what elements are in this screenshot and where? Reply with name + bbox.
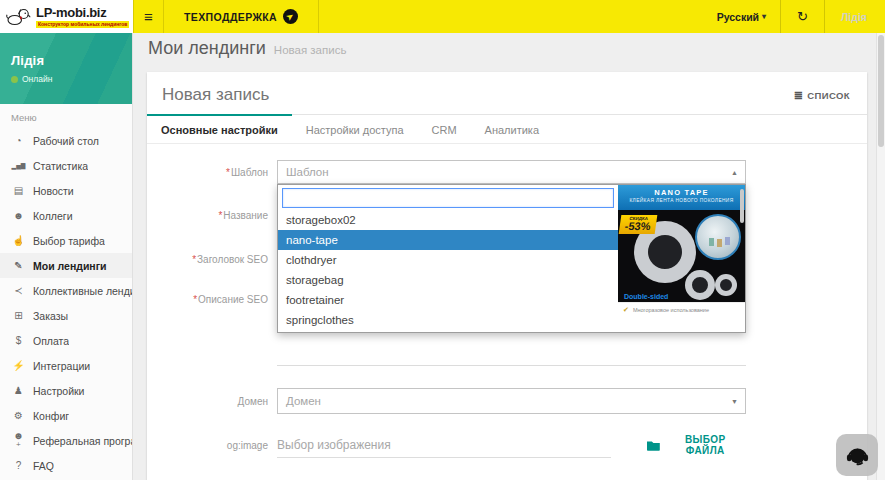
tape-roll-graphic xyxy=(715,274,737,296)
support-button[interactable]: ТЕХПОДДЕРЖКА ➤ xyxy=(164,0,319,33)
sidebar-item-payment[interactable]: $Оплата xyxy=(0,328,132,353)
sidebar-item-faq[interactable]: ?FAQ xyxy=(0,453,132,478)
chevron-down-icon: ▼ xyxy=(731,398,738,405)
statistics-icon: ▂▅▇ xyxy=(11,162,26,169)
sidebar-item-label: Статистика xyxy=(33,160,88,172)
template-option-footretainer[interactable]: footretainer xyxy=(278,290,618,310)
template-select-placeholder: Шаблон xyxy=(286,166,329,178)
plug-icon: ⚡ xyxy=(11,360,26,371)
language-selector[interactable]: Русский ▾ xyxy=(703,0,780,33)
sidebar-item-label: Мои лендинги xyxy=(33,260,107,272)
logo-tagline: Конструктор мобильных лендингов xyxy=(36,21,129,28)
template-option-springclothes[interactable]: springclothes xyxy=(278,310,618,330)
sidebar-item-news[interactable]: ▤Новости xyxy=(0,178,132,203)
breadcrumb: Мои лендинги Новая запись xyxy=(133,33,885,63)
form-row-template: *Шаблон Шаблон ▲ xyxy=(147,160,867,184)
sidebar-item-collective-landings[interactable]: ≺Коллективные лендинги xyxy=(0,278,132,303)
preview-header: NANO TAPE КЛЕЙКАЯ ЛЕНТА НОВОГО ПОКОЛЕНИЯ xyxy=(618,185,745,210)
sidebar-toggle-button[interactable]: ≡ xyxy=(133,0,164,33)
topbar: LP-mobi.biz Конструктор мобильных лендин… xyxy=(0,0,885,33)
sidebar-item-label: Заказы xyxy=(33,310,68,322)
dropdown-scrollbar[interactable] xyxy=(740,189,744,223)
dashboard-icon: ◔ xyxy=(11,135,26,146)
list-button-label: СПИСОК xyxy=(807,90,850,101)
support-chat-widget[interactable] xyxy=(836,434,878,476)
og-image-input[interactable] xyxy=(277,432,611,458)
colleagues-icon: ☻ xyxy=(11,210,26,221)
choose-file-button[interactable]: ВЫБОР ФАЙЛА xyxy=(647,434,746,456)
sidebar-item-label: Новости xyxy=(33,185,74,197)
chevron-up-icon: ▲ xyxy=(731,169,738,176)
online-status-icon xyxy=(11,76,18,83)
preview-feature-row: ✔ Многоразовое использование xyxy=(618,302,745,317)
telegram-icon: ➤ xyxy=(283,9,298,24)
sidebar-item-tariff[interactable]: ☝Выбор тарифа xyxy=(0,228,132,253)
list-button[interactable]: ≣ СПИСОК xyxy=(792,85,852,106)
preview-subtitle: КЛЕЙКАЯ ЛЕНТА НОВОГО ПОКОЛЕНИЯ xyxy=(618,198,745,203)
app-window: LP-mobi.biz Конструктор мобильных лендин… xyxy=(0,0,885,480)
sidebar-item-orders[interactable]: ⊞Заказы xyxy=(0,303,132,328)
topbar-spacer xyxy=(319,0,703,33)
sidebar-item-settings[interactable]: ♟Настройки xyxy=(0,378,132,403)
record-card: Новая запись ≣ СПИСОК Основные настройки… xyxy=(147,72,867,480)
dog-logo-icon xyxy=(5,7,32,27)
question-icon: ? xyxy=(11,460,26,471)
sidebar-item-integrations[interactable]: ⚡Интеграции xyxy=(0,353,132,378)
template-option-nano-tape[interactable]: nano-tape xyxy=(278,230,618,250)
preview-caption: Double-sided xyxy=(624,293,668,300)
sidebar-item-my-landings[interactable]: ✎Мои лендинги xyxy=(0,253,132,278)
page-title: Мои лендинги xyxy=(148,38,266,59)
template-search-input[interactable] xyxy=(282,188,614,208)
template-option-clothdryer[interactable]: clothdryer xyxy=(278,250,618,270)
tab-access-settings[interactable]: Настройки доступа xyxy=(292,114,418,143)
page-scrollbar-thumb[interactable] xyxy=(878,35,884,147)
seo-description-label: *Описание SEO xyxy=(147,286,277,305)
sidebar-item-label: Выбор тарифа xyxy=(33,235,105,247)
tariff-icon: ☝ xyxy=(11,235,26,246)
template-label: *Шаблон xyxy=(147,167,277,178)
template-option-storagebag[interactable]: storagebag xyxy=(278,270,618,290)
logo[interactable]: LP-mobi.biz Конструктор мобильных лендин… xyxy=(0,0,133,33)
sidebar-item-label: Настройки xyxy=(33,385,85,397)
form-row-domain: *Домен Домен ▼ xyxy=(147,388,867,414)
topbar-username: Лідія xyxy=(841,11,867,23)
cart-icon: ⊞ xyxy=(11,310,26,321)
user-plus-icon: ☻⁺ xyxy=(11,430,26,452)
headset-icon xyxy=(844,442,871,469)
name-label: *Название xyxy=(147,210,277,221)
tab-main-settings[interactable]: Основные настройки xyxy=(147,114,292,143)
template-option-storagebox02[interactable]: storagebox02 xyxy=(278,210,618,230)
menu-section-label: Меню xyxy=(0,104,132,128)
preview-feature-text: Многоразовое использование xyxy=(633,307,709,313)
sidebar-item-dashboard[interactable]: ◔Рабочий стол xyxy=(0,128,132,153)
template-select[interactable]: Шаблон ▲ xyxy=(277,160,746,184)
template-preview-panel: NANO TAPE КЛЕЙКАЯ ЛЕНТА НОВОГО ПОКОЛЕНИЯ… xyxy=(618,185,745,332)
template-dropdown-list: storagebox02nano-tapeclothdryerstorageba… xyxy=(278,185,618,332)
refresh-button[interactable]: ↻ xyxy=(781,0,824,33)
sidebar-item-label: Оплата xyxy=(33,335,69,347)
check-icon: ✔ xyxy=(623,306,629,314)
sidebar-item-label: FAQ xyxy=(33,460,54,472)
discount-badge: СКИДКА -53% xyxy=(619,215,657,234)
news-icon: ▤ xyxy=(11,185,26,196)
tab-bar: Основные настройкиНастройки доступаCRMАн… xyxy=(147,114,867,144)
card-header: Новая запись ≣ СПИСОК xyxy=(147,72,867,114)
support-label: ТЕХПОДДЕРЖКА xyxy=(184,11,277,23)
sidebar-item-label: Рабочий стол xyxy=(33,135,99,147)
logo-title: LP-mobi.biz xyxy=(36,6,129,19)
sidebar-item-statistics[interactable]: ▂▅▇Статистика xyxy=(0,153,132,178)
language-label: Русский xyxy=(717,11,759,23)
sidebar-item-label: Конфиг xyxy=(33,410,69,422)
tab-analytics[interactable]: Аналитика xyxy=(471,114,553,143)
topbar-user-menu[interactable]: Лідія xyxy=(825,0,885,33)
sidebar-item-config[interactable]: ⚙Конфиг xyxy=(0,403,132,428)
sidebar-item-colleagues[interactable]: ☻Коллеги xyxy=(0,203,132,228)
dollar-icon: $ xyxy=(11,335,26,346)
domain-select[interactable]: Домен ▼ xyxy=(277,388,746,414)
sidebar-item-referral[interactable]: ☻⁺Реферальная программа xyxy=(0,428,132,453)
list-icon: ≣ xyxy=(794,89,804,102)
tab-crm[interactable]: CRM xyxy=(418,114,471,143)
seo-title-label: *Заголовок SEO xyxy=(147,254,277,265)
page-scrollbar[interactable] xyxy=(876,33,885,480)
chevron-down-icon: ▾ xyxy=(762,12,766,21)
